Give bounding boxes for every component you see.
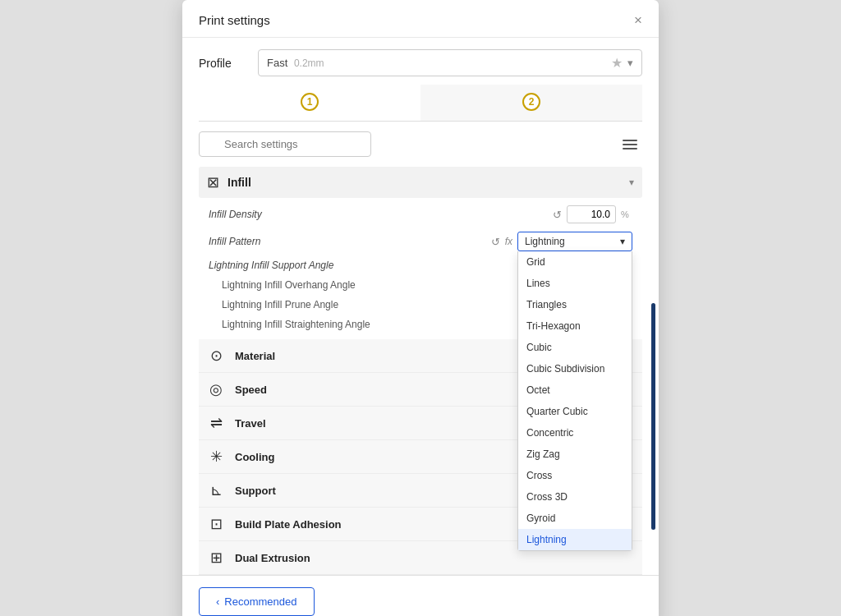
recommended-chevron-icon: ‹ [216,595,219,608]
menu-line-2 [623,144,637,145]
infill-density-input[interactable] [567,205,616,223]
support-label: Support [235,485,276,497]
infill-settings-list: Infill Density ↺ % Infill Pattern ↺ fx L… [199,201,642,334]
recommended-button[interactable]: ‹ Recommended [199,587,315,616]
tab-badge-1: 1 [301,93,319,111]
dialog-titlebar: Print settings × [182,0,659,38]
infill-section-header[interactable]: ⊠ Infill ▾ [199,167,642,198]
infill-pattern-row: Infill Pattern ↺ fx Lightning ▾ Grid Lin… [202,228,639,255]
infill-density-label: Infill Density [209,209,548,220]
dual-extrusion-icon: ⊞ [207,549,225,567]
menu-line-1 [623,140,637,141]
infill-header-left: ⊠ Infill [207,173,251,191]
tab-1[interactable]: 1 [199,85,420,121]
dropdown-item-lightning[interactable]: Lightning [518,529,632,550]
dropdown-item-grid[interactable]: Grid [518,251,632,273]
density-reset-icon[interactable]: ↺ [553,209,562,221]
dual-extrusion-label: Dual Extrusion [235,552,310,564]
infill-title: Infill [227,176,251,189]
pattern-dropdown-trigger[interactable]: Lightning ▾ [517,232,632,251]
travel-icon: ⇌ [207,414,225,432]
infill-icon: ⊠ [207,173,219,191]
dropdown-item-concentric[interactable]: Concentric [518,422,632,444]
profile-value: Fast [267,57,287,69]
search-input[interactable] [199,131,371,157]
print-settings-dialog: Print settings × Profile Fast 0.2mm ★ ▾ … [182,0,659,616]
pattern-fx-icon[interactable]: fx [505,236,512,247]
support-icon: ⊾ [207,481,225,499]
profile-select[interactable]: Fast 0.2mm ★ ▾ [258,49,642,76]
dropdown-item-quarter-cubic[interactable]: Quarter Cubic [518,401,632,422]
dropdown-item-tri-hexagon[interactable]: Tri-Hexagon [518,315,632,337]
speed-icon: ◎ [207,380,225,398]
pattern-dropdown-list: Grid Lines Triangles Tri-Hexagon Cubic C… [517,251,632,551]
dropdown-item-lines[interactable]: Lines [518,273,632,294]
menu-button[interactable] [618,135,642,154]
pattern-reset-icon[interactable]: ↺ [491,236,500,248]
tab-badge-2: 2 [522,93,540,111]
material-icon: ⊙ [207,347,225,365]
dropdown-item-cubic[interactable]: Cubic [518,337,632,358]
pattern-dropdown-area: Lightning ▾ Grid Lines Triangles Tri-Hex… [517,232,632,251]
chevron-down-icon: ▾ [627,57,633,69]
search-row: 🔍 [199,131,642,157]
infill-pattern-label: Infill Pattern [209,236,486,247]
dialog-title: Print settings [199,13,270,27]
tabs-row: 1 2 [199,85,642,122]
pattern-chevron-icon: ▾ [620,236,625,247]
infill-density-row: Infill Density ↺ % [202,201,639,228]
build-plate-icon: ⊡ [207,515,225,533]
travel-label: Travel [235,417,266,430]
search-wrapper: 🔍 [199,131,611,157]
pattern-value: Lightning [525,236,565,247]
density-unit: % [621,209,632,219]
cooling-icon: ✳ [207,448,225,466]
dropdown-item-gyroid[interactable]: Gyroid [518,508,632,529]
material-label: Material [235,350,275,362]
dropdown-item-cross-3d[interactable]: Cross 3D [518,486,632,508]
profile-row: Profile Fast 0.2mm ★ ▾ [182,38,659,85]
dropdown-item-triangles[interactable]: Triangles [518,294,632,315]
content-area: 🔍 ⊠ Infill ▾ Infill Density ↺ [182,122,659,575]
scrollbar-track[interactable] [651,303,655,530]
cooling-label: Cooling [235,451,274,463]
profile-placeholder: 0.2mm [294,57,324,69]
menu-line-3 [623,148,637,149]
favorite-icon[interactable]: ★ [611,55,623,71]
dropdown-item-zig-zag[interactable]: Zig Zag [518,444,632,465]
profile-label: Profile [199,57,248,70]
footer-row: ‹ Recommended [182,575,659,616]
infill-chevron-icon: ▾ [629,177,634,188]
build-plate-label: Build Plate Adhesion [235,518,342,531]
dropdown-item-octet[interactable]: Octet [518,379,632,401]
tab-2[interactable]: 2 [420,85,642,121]
recommended-label: Recommended [224,595,296,608]
dropdown-item-cubic-subdivision[interactable]: Cubic Subdivision [518,358,632,379]
close-button[interactable]: × [631,11,646,29]
dropdown-item-cross[interactable]: Cross [518,465,632,486]
speed-label: Speed [235,384,267,396]
